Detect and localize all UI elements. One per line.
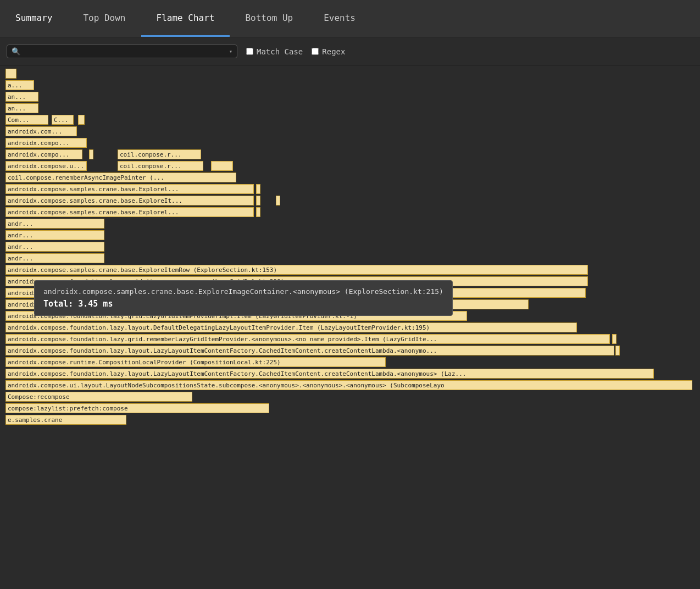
flame-bar[interactable]: coil.compose.rememberAsyncImagePainter (… [5,173,236,182]
flame-bar[interactable]: androidx.compose.foundation.lazy.layout.… [5,323,577,332]
flame-bar[interactable]: androidx.compose.runtime.CompositionLoca… [5,357,386,367]
flame-bar[interactable]: androidx.compose.samples.crane.base.Expl… [5,184,254,194]
tabs-bar: Summary Top Down Flame Chart Bottom Up E… [0,0,700,37]
search-dropdown-arrow[interactable]: ▾ [229,48,232,54]
flame-chart-area: a...an...an...Com...C...androidx.com...a… [0,66,700,589]
flame-row: e.samples.crane [4,414,696,425]
flame-row: androidx.compo... [4,137,696,148]
tooltip-total: Total: 3.45 ms [43,299,443,309]
flame-bar[interactable]: coil.compose.r... [118,161,203,171]
flame-bar[interactable]: andr... [5,219,104,229]
flame-bar[interactable] [612,334,616,344]
flame-row: an... [4,91,696,102]
flame-bar[interactable]: coil.compose.r... [118,149,201,159]
flame-bar[interactable] [78,115,85,125]
flame-bar[interactable]: Compose:recompose [5,392,192,402]
match-case-checkbox[interactable] [246,48,253,55]
tooltip-title: androidx.compose.samples.crane.base.Expl… [43,287,443,296]
flame-bar[interactable]: C... [52,115,74,125]
flame-row: andr... [4,218,696,229]
search-input[interactable] [24,47,226,55]
search-icon: 🔍 [12,47,20,55]
flame-row: Compose:recompose [4,391,696,402]
tab-flame-chart[interactable]: Flame Chart [141,0,230,37]
flame-bar[interactable] [89,149,93,159]
flame-bar[interactable]: androidx.compose.samples.crane.base.Expl… [5,196,254,205]
flame-bar[interactable]: androidx.compose.foundation.lazy.layout.… [5,346,614,355]
flame-row: androidx.compose.samples.crane.base.Expl… [4,195,696,206]
flame-bar[interactable]: androidx.compose.foundation.lazy.grid.re… [5,334,610,344]
flame-bar[interactable]: andr... [5,253,104,263]
flame-bar[interactable]: an... [5,92,38,102]
regex-label: Regex [322,47,345,56]
toolbar: 🔍 ▾ Match Case Regex [0,37,700,66]
flame-row: androidx.compo...coil.compose.r... [4,149,696,160]
tab-events[interactable]: Events [308,0,371,37]
tab-top-down[interactable]: Top Down [68,0,141,37]
flame-bar[interactable]: androidx.compo... [5,138,87,148]
flame-row: androidx.compose.samples.crane.base.Expl… [4,184,696,195]
tooltip: androidx.compose.samples.crane.base.Expl… [34,280,453,316]
flame-bar[interactable]: androidx.compose.samples.crane.base.Expl… [5,207,254,217]
flame-row: androidx.compose.ui.layout.LayoutNodeSub… [4,380,696,391]
flame-bar[interactable] [256,207,260,217]
flame-row: androidx.compose.foundation.lazy.grid.re… [4,334,696,344]
tab-summary[interactable]: Summary [0,0,68,37]
flame-bar[interactable]: an... [5,103,38,113]
flame-row: andr... [4,253,696,264]
flame-row: androidx.compose.runtime.CompositionLoca… [4,357,696,368]
flame-bar[interactable]: a... [5,80,34,90]
flame-row: a... [4,80,696,91]
flame-bar[interactable] [256,196,260,205]
flame-bar[interactable] [256,184,260,194]
flame-row: androidx.compose.foundation.lazy.layout.… [4,368,696,379]
flame-bar[interactable] [5,69,16,79]
flame-bar[interactable]: androidx.compose.ui.layout.LayoutNodeSub… [5,380,692,390]
tab-bottom-up[interactable]: Bottom Up [230,0,308,37]
flame-row: compose:lazylist:prefetch:compose [4,403,696,414]
flame-row: androidx.compose.samples.crane.base.Expl… [4,207,696,218]
flame-bar[interactable] [615,346,620,355]
flame-bar[interactable] [276,196,280,205]
flame-row: androidx.com... [4,126,696,137]
flame-row: an... [4,103,696,114]
flame-row: Com...C... [4,114,696,125]
flame-row: androidx.compose.foundation.lazy.layout.… [4,345,696,356]
flame-row: androidx.compose.foundation.lazy.layout.… [4,322,696,333]
flame-row: coil.compose.rememberAsyncImagePainter (… [4,172,696,183]
flame-bar[interactable]: andr... [5,230,104,240]
flame-bar[interactable]: androidx.compose.u... [5,161,87,171]
regex-group: Regex [312,47,345,56]
flame-bar[interactable]: e.samples.crane [5,415,126,425]
flame-bar[interactable]: androidx.compose.foundation.lazy.layout.… [5,369,654,379]
regex-checkbox[interactable] [312,48,319,55]
flame-bar[interactable]: androidx.compose.samples.crane.base.Expl… [5,265,588,275]
flame-bar[interactable]: androidx.com... [5,126,77,136]
flame-bar[interactable]: androidx.compo... [5,149,82,159]
flame-rows-container: a...an...an...Com...C...androidx.com...a… [0,66,700,589]
match-case-group: Match Case [246,47,303,56]
flame-bar[interactable]: Com... [5,115,48,125]
flame-row: andr... [4,241,696,252]
flame-row: androidx.compose.u...coil.compose.r... [4,160,696,171]
search-box[interactable]: 🔍 ▾ [7,45,237,58]
match-case-label: Match Case [257,47,303,56]
flame-bar[interactable]: compose:lazylist:prefetch:compose [5,403,269,413]
flame-bar[interactable]: andr... [5,242,104,252]
flame-row: androidx.compose.samples.crane.base.Expl… [4,264,696,275]
flame-row: andr... [4,230,696,241]
flame-row [4,68,696,79]
flame-bar[interactable] [211,161,233,171]
